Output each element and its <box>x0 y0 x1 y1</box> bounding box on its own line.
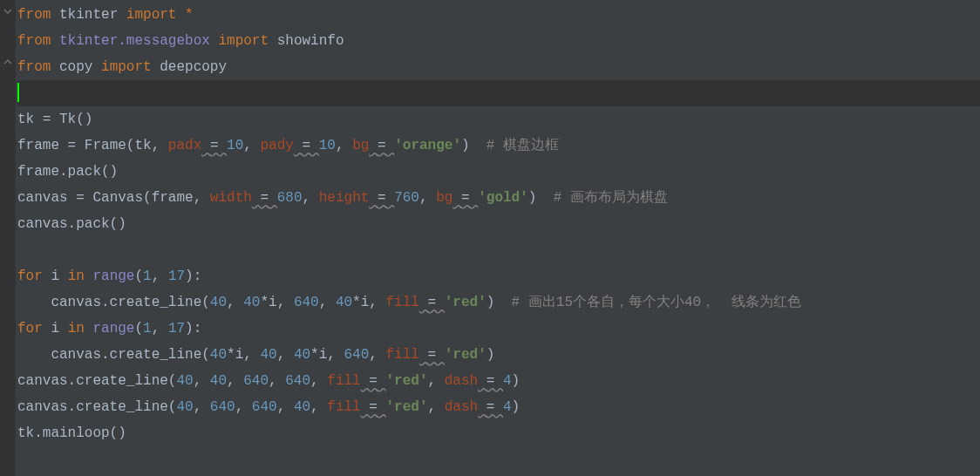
code-line[interactable]: for i in range(1, 17): <box>17 263 980 289</box>
code-line[interactable]: frame = Frame(tk, padx = 10, pady = 10, … <box>17 133 980 159</box>
fold-icon[interactable] <box>2 5 14 17</box>
keyword-import: import <box>126 7 177 23</box>
current-line[interactable] <box>17 80 980 106</box>
code-line[interactable]: canvas.create_line(40, 40*i, 640, 40*i, … <box>17 289 980 316</box>
code-line[interactable]: from copy import deepcopy <box>17 54 980 80</box>
module-name: tkinter <box>59 7 118 23</box>
keyword-from: from <box>17 7 51 23</box>
code-line[interactable]: canvas.create_line(40, 40, 640, 640, fil… <box>17 368 980 394</box>
code-line[interactable]: canvas = Canvas(frame, width = 680, heig… <box>17 185 980 211</box>
code-line[interactable]: canvas.create_line(40, 640, 640, 40, fil… <box>17 394 980 420</box>
code-line[interactable]: frame.pack() <box>17 159 980 185</box>
code-line[interactable]: from tkinter.messagebox import showinfo <box>17 28 980 54</box>
code-line[interactable]: from tkinter import * <box>17 2 980 28</box>
code-editor[interactable]: from tkinter import * from tkinter.messa… <box>16 2 980 446</box>
star-import: * <box>185 7 194 23</box>
code-line[interactable]: for i in range(1, 17): <box>17 316 980 342</box>
caret <box>17 83 19 102</box>
editor-gutter <box>0 0 16 476</box>
code-line[interactable]: tk = Tk() <box>17 106 980 133</box>
code-line[interactable]: tk.mainloop() <box>17 420 980 446</box>
fold-up-icon[interactable] <box>2 56 14 68</box>
code-line[interactable]: canvas.pack() <box>17 211 980 237</box>
blank-line[interactable] <box>17 237 980 263</box>
code-line[interactable]: canvas.create_line(40*i, 40, 40*i, 640, … <box>17 342 980 368</box>
